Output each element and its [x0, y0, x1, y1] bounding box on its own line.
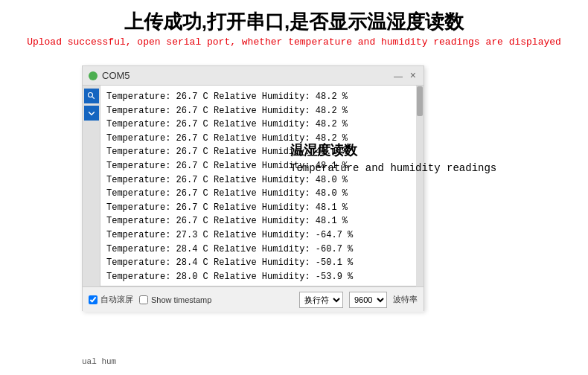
- title-chinese: 上传成功,打开串口,是否显示温湿度读数: [0, 0, 588, 36]
- output-line: Temperature: 26.7 C Relative Humidity: 4…: [106, 201, 418, 215]
- svg-point-0: [88, 93, 92, 97]
- baud-rate-select[interactable]: 9600: [349, 292, 387, 308]
- annotation-english: Temperature and humidity readings: [290, 162, 496, 174]
- title-english: Upload successful, open serial port, whe…: [0, 36, 588, 54]
- serial-monitor-window: COM5 — × Temperature: 26.7 C Relative Hu…: [82, 65, 424, 311]
- scrollbar-thumb[interactable]: [417, 86, 423, 116]
- output-line: Temperature: 27.7 C Relative Humidity: -…: [106, 283, 418, 286]
- output-line: Temperature: 26.7 C Relative Humidity: 4…: [106, 118, 418, 132]
- baud-rate-label: 波特率: [393, 294, 418, 305]
- serial-monitor-footer: 自动滚屏 Show timestamp 换行符 9600 波特率: [83, 286, 424, 312]
- minimize-button[interactable]: —: [394, 72, 403, 81]
- search-icon-button[interactable]: [84, 89, 99, 103]
- serial-output-area[interactable]: Temperature: 26.7 C Relative Humidity: 4…: [100, 86, 424, 286]
- timestamp-checkbox[interactable]: [139, 295, 148, 304]
- bottom-text: ual hum: [82, 357, 116, 366]
- output-line: Temperature: 26.7 C Relative Humidity: 4…: [106, 214, 418, 228]
- output-line: Temperature: 26.7 C Relative Humidity: 4…: [106, 104, 418, 118]
- timestamp-label: Show timestamp: [151, 295, 211, 304]
- autoscroll-label: 自动滚屏: [100, 294, 133, 305]
- close-button[interactable]: ×: [410, 70, 416, 80]
- annotation-chinese: 温湿度读数: [290, 141, 496, 159]
- timestamp-checkbox-group: Show timestamp: [139, 295, 211, 304]
- serial-output-wrapper: Temperature: 26.7 C Relative Humidity: 4…: [100, 86, 424, 286]
- status-dot: [89, 71, 98, 80]
- output-line: Temperature: 27.3 C Relative Humidity: -…: [106, 228, 418, 243]
- serial-monitor-title: COM5: [102, 70, 130, 81]
- output-line: Temperature: 26.7 C Relative Humidity: 4…: [106, 90, 418, 104]
- annotation-box: 温湿度读数 Temperature and humidity readings: [290, 141, 496, 174]
- page-container: 上传成功,打开串口,是否显示温湿度读数 Upload successful, o…: [0, 0, 588, 375]
- output-line: Temperature: 26.7 C Relative Humidity: 4…: [106, 187, 418, 201]
- scrollbar[interactable]: [416, 86, 424, 286]
- line-ending-select[interactable]: 换行符: [299, 292, 343, 308]
- output-line: Temperature: 28.4 C Relative Humidity: -…: [106, 243, 418, 257]
- svg-line-1: [92, 97, 95, 99]
- output-line: Temperature: 28.4 C Relative Humidity: -…: [106, 256, 418, 270]
- autoscroll-checkbox[interactable]: [89, 295, 98, 304]
- serial-monitor-titlebar: COM5 — ×: [83, 66, 424, 86]
- autoscroll-checkbox-group: 自动滚屏: [89, 294, 133, 305]
- autoscroll-icon-button[interactable]: [84, 106, 99, 121]
- sidebar-panel: [83, 86, 100, 286]
- output-line: Temperature: 28.0 C Relative Humidity: -…: [106, 270, 418, 284]
- output-line: Temperature: 26.7 C Relative Humidity: 4…: [106, 173, 418, 188]
